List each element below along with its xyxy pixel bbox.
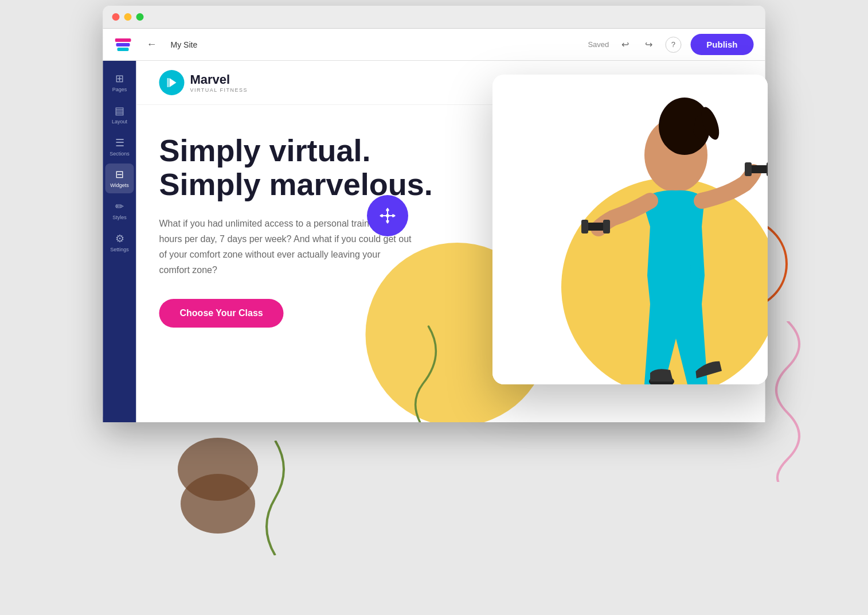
undo-button[interactable]: ↩ — [618, 37, 632, 52]
logo-text: Marvel VIRTUAL FITNESS — [190, 72, 248, 93]
site-logo: Marvel VIRTUAL FITNESS — [159, 70, 248, 95]
sidebar-item-widgets[interactable]: ⊟ Widgets — [105, 164, 134, 193]
hero-cta-button[interactable]: Choose Your Class — [159, 299, 284, 328]
maximize-button[interactable] — [136, 13, 144, 21]
layout-icon: ▤ — [115, 104, 124, 117]
sidebar: ⊞ Pages ▤ Layout ☰ Sections ⊟ Widgets ✏ … — [103, 61, 136, 422]
publish-button[interactable]: Publish — [690, 34, 753, 55]
hero-content: Simply virtual. Simply marvelous. What i… — [159, 134, 458, 392]
svg-point-0 — [178, 438, 258, 501]
sidebar-item-sections[interactable]: ☰ Sections — [105, 132, 134, 162]
svg-rect-4 — [118, 48, 129, 51]
fitness-image-container — [492, 75, 768, 384]
logo-tagline: VIRTUAL FITNESS — [190, 87, 248, 93]
floating-image-panel — [492, 75, 768, 384]
traffic-lights — [112, 13, 144, 21]
sidebar-item-pages[interactable]: ⊞ Pages — [105, 68, 134, 98]
sidebar-pages-label: Pages — [112, 87, 127, 93]
logo-icon — [159, 70, 185, 95]
deco-brown-blob — [161, 418, 275, 546]
fitness-woman-figure — [550, 86, 768, 384]
logo-brand-name: Marvel — [190, 72, 248, 87]
hero-title-line1: Simply virtual. — [159, 133, 371, 168]
deco-green-squiggle — [247, 441, 304, 558]
sidebar-item-settings[interactable]: ⚙ Settings — [105, 228, 134, 258]
help-button[interactable]: ? — [665, 37, 681, 53]
sidebar-styles-label: Styles — [112, 215, 127, 221]
styles-icon: ✏ — [115, 200, 124, 213]
svg-rect-22 — [581, 220, 588, 233]
svg-rect-23 — [603, 220, 610, 233]
minimize-button[interactable] — [124, 13, 132, 21]
svg-rect-2 — [115, 38, 131, 42]
move-drag-handle[interactable] — [367, 195, 408, 236]
svg-rect-3 — [116, 43, 130, 46]
svg-rect-20 — [767, 162, 768, 176]
widgets-icon: ⊟ — [115, 168, 124, 181]
close-button[interactable] — [112, 13, 120, 21]
redo-button[interactable]: ↪ — [642, 37, 656, 52]
svg-rect-13 — [380, 215, 395, 216]
site-name-label: My Site — [171, 40, 198, 49]
svg-marker-5 — [170, 78, 177, 87]
svg-rect-6 — [167, 78, 169, 87]
sidebar-widgets-label: Widgets — [110, 182, 129, 189]
sidebar-sections-label: Sections — [110, 151, 130, 157]
saved-status: Saved — [588, 40, 609, 49]
sidebar-item-layout[interactable]: ▤ Layout — [105, 100, 134, 130]
sidebar-item-styles[interactable]: ✏ Styles — [105, 196, 134, 225]
sidebar-settings-label: Settings — [110, 247, 129, 253]
sidebar-layout-label: Layout — [112, 119, 127, 125]
app-logo — [115, 36, 133, 54]
pages-icon: ⊞ — [115, 72, 124, 85]
settings-icon: ⚙ — [115, 232, 124, 245]
sections-icon: ☰ — [115, 137, 124, 149]
svg-rect-19 — [745, 162, 752, 176]
editor-toolbar: ← My Site Saved ↩ ↪ ? Publish — [103, 29, 765, 61]
title-bar — [103, 6, 765, 29]
back-button[interactable]: ← — [142, 36, 162, 53]
svg-point-1 — [181, 474, 255, 534]
hero-title: Simply virtual. Simply marvelous. — [159, 134, 458, 202]
